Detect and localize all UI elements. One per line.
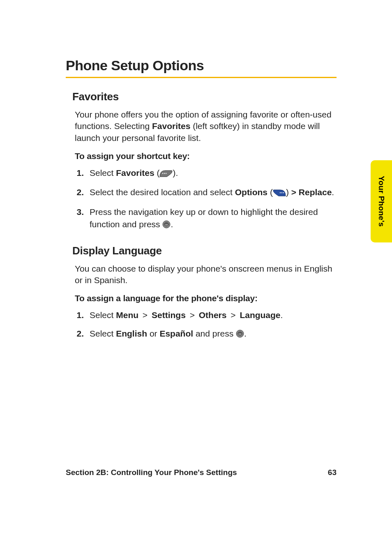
options-bold: Options <box>235 187 267 197</box>
text: . <box>281 310 283 320</box>
step-number: 3. <box>75 206 90 218</box>
settings-bold: Settings <box>152 310 186 320</box>
text: ). <box>173 168 178 178</box>
svg-text:OK: OK <box>238 332 242 335</box>
espanol-bold: Español <box>159 329 193 338</box>
step-text: Select Menu > Settings > Others > Langua… <box>90 309 337 321</box>
svg-point-0 <box>162 173 163 174</box>
favorites-instruction: To assign your shortcut key: <box>75 151 337 161</box>
step-number: 1. <box>75 167 90 179</box>
svg-point-5 <box>283 192 284 193</box>
display-language-heading: Display Language <box>72 245 337 257</box>
replace-bold: Replace <box>296 187 332 197</box>
gt: > <box>138 310 152 320</box>
list-item: 2. Select English or Español and press O… <box>75 328 337 341</box>
step-number: 2. <box>75 186 90 198</box>
text: Press the navigation key up or down to h… <box>90 207 318 229</box>
ok-button-icon: OK <box>236 329 244 341</box>
svg-point-3 <box>280 192 281 193</box>
gt: > <box>186 310 199 320</box>
list-item: 2. Select the desired location and selec… <box>75 186 337 200</box>
display-language-steps: 1. Select Menu > Settings > Others > Lan… <box>75 309 337 341</box>
favorites-label: Favorites <box>152 121 190 131</box>
step-number: 1. <box>75 309 90 321</box>
language-bold: Language <box>240 310 280 320</box>
svg-point-2 <box>166 173 166 174</box>
step-text: Press the navigation key up or down to h… <box>90 206 337 232</box>
step-text: Select Favorites (). <box>90 167 337 180</box>
text: ( <box>267 187 273 197</box>
text: Select <box>90 310 116 320</box>
list-item: 1. Select Favorites (). <box>75 167 337 180</box>
display-language-instruction: To assign a language for the phone's dis… <box>75 293 337 303</box>
side-tab-label: Your Phone's <box>377 176 386 227</box>
left-softkey-icon <box>159 168 173 180</box>
step-number: 2. <box>75 328 90 340</box>
gt: > <box>226 310 240 320</box>
svg-point-4 <box>281 192 282 193</box>
text: and press <box>193 329 236 338</box>
step-text: Select the desired location and select O… <box>90 186 337 200</box>
text: or <box>147 329 159 338</box>
text: Select the desired location and select <box>90 187 235 197</box>
text: Select <box>90 168 116 178</box>
text: . <box>244 329 247 338</box>
footer-section: Section 2B: Controlling Your Phone's Set… <box>66 468 237 477</box>
side-tab: Your Phone's <box>371 160 392 242</box>
gt: > <box>291 187 296 197</box>
display-language-intro: You can choose to display your phone's o… <box>75 263 337 286</box>
others-bold: Others <box>199 310 227 320</box>
favorites-steps: 1. Select Favorites (). 2. Select the de… <box>75 167 337 232</box>
page-footer: Section 2B: Controlling Your Phone's Set… <box>66 468 337 477</box>
page-title: Phone Setup Options <box>66 58 337 78</box>
svg-point-1 <box>164 173 165 174</box>
text: . <box>171 219 173 229</box>
text: Select <box>90 329 116 338</box>
svg-text:OK: OK <box>165 224 168 226</box>
text: ( <box>154 168 160 178</box>
text: . <box>332 187 334 197</box>
ok-button-icon: OK <box>162 219 171 232</box>
list-item: 1. Select Menu > Settings > Others > Lan… <box>75 309 337 321</box>
favorites-bold: Favorites <box>116 168 154 178</box>
text: ) <box>286 187 291 197</box>
footer-page-number: 63 <box>328 468 337 477</box>
list-item: 3. Press the navigation key up or down t… <box>75 206 337 232</box>
favorites-intro: Your phone offers you the option of assi… <box>75 109 337 144</box>
page-content: Phone Setup Options Favorites Your phone… <box>0 0 392 341</box>
favorites-heading: Favorites <box>72 90 337 103</box>
step-text: Select English or Español and press OK. <box>90 328 337 341</box>
english-bold: English <box>116 329 147 338</box>
right-softkey-icon <box>273 187 286 200</box>
menu-bold: Menu <box>116 310 138 320</box>
